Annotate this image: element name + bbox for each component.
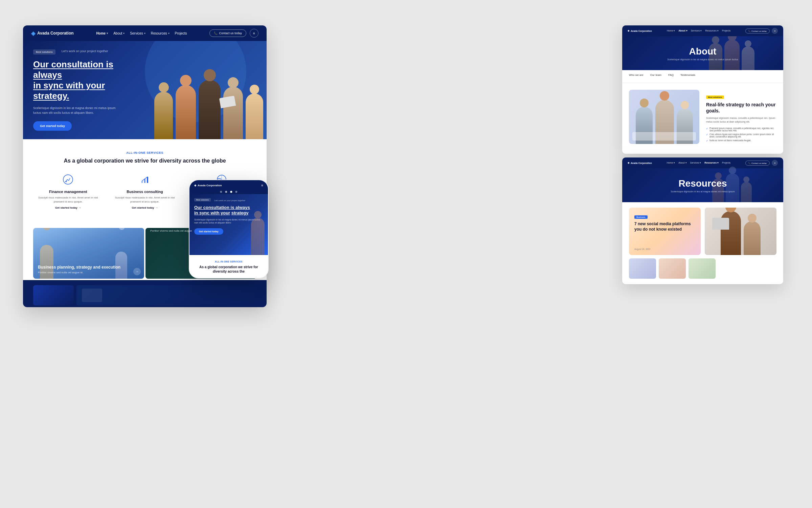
about-nav-home[interactable]: Home ▾ bbox=[667, 29, 675, 32]
mobile-services-section: All-in-one services As a global corporat… bbox=[189, 255, 268, 278]
nav-menu: Home ▾ About ▾ Services ▾ Resources ▾ Pr… bbox=[96, 31, 187, 35]
mobile-services-title: As a global corporation we strive for di… bbox=[194, 265, 263, 274]
about-page-mockup: ◈ Avada Corporation Home ▾ About ▾ Servi… bbox=[622, 25, 783, 154]
services-section-title: As a global corporation we strive for di… bbox=[33, 157, 256, 165]
hero-people-illustration bbox=[157, 41, 267, 139]
resources-page-title: Resources bbox=[671, 178, 735, 189]
service-card-consulting: Business consulting Suscipit risus males… bbox=[110, 174, 180, 209]
about-nav-projects[interactable]: Projects bbox=[722, 29, 730, 32]
case-title-1: Business planning, strategy and executio… bbox=[38, 265, 139, 270]
check-icon-3 bbox=[706, 140, 708, 142]
service-name-consulting: Business consulting bbox=[110, 190, 180, 194]
resources-brand-icon: ◈ bbox=[628, 162, 629, 164]
resources-main-content: Business 7 new social media platforms yo… bbox=[622, 202, 783, 284]
nav-item-projects[interactable]: Projects bbox=[175, 31, 187, 35]
hero-description: Scelerisque dignissim in leo at magna do… bbox=[33, 106, 121, 115]
about-page-title: About bbox=[667, 46, 738, 57]
about-subnav-who[interactable]: Who we are bbox=[629, 73, 644, 79]
resources-contact-button[interactable]: 📞 Contact us today bbox=[745, 161, 770, 166]
resources-nav-about[interactable]: About ▾ bbox=[678, 162, 686, 164]
case-desc-2: Portitor viverra sed nulla vel augue bbox=[150, 229, 256, 232]
resources-hero-description: Scelerisque dignissim in leo at magna do… bbox=[671, 190, 735, 193]
about-team-image bbox=[629, 90, 699, 144]
resources-nav-projects[interactable]: Projects bbox=[722, 162, 730, 164]
about-nav-services[interactable]: Services ▾ bbox=[691, 29, 702, 32]
contact-button[interactable]: 📞 Contact us today bbox=[209, 29, 246, 37]
navbar-actions: 📞 Contact us today ≡ bbox=[209, 29, 258, 38]
resource-thumb-2 bbox=[659, 258, 686, 279]
about-subnav-team[interactable]: Our team bbox=[650, 73, 661, 79]
service-link-finance[interactable]: Get started today → bbox=[33, 206, 103, 209]
service-name-finance: Finance management bbox=[33, 190, 103, 194]
svg-rect-4 bbox=[147, 177, 148, 183]
resources-menu-button[interactable]: ≡ bbox=[772, 160, 778, 166]
mobile-menu-button[interactable]: ≡ bbox=[261, 184, 263, 187]
case-card-1: Business planning, strategy and executio… bbox=[33, 228, 144, 279]
about-subnav-faq[interactable]: FAQ bbox=[668, 73, 674, 79]
service-desc-finance: Suscipit risus malesuada in nisi. Amet a… bbox=[33, 196, 103, 203]
resources-nav-home[interactable]: Home ▾ bbox=[667, 162, 675, 164]
about-navbar-actions: 📞 Contact us today ≡ bbox=[745, 28, 778, 34]
mobile-hero-badge: Best solutions bbox=[194, 198, 211, 202]
about-nav-resources[interactable]: Resources ▾ bbox=[705, 29, 718, 32]
about-brand-icon: ◈ bbox=[628, 29, 629, 32]
services-section-label: All-in-one services bbox=[33, 151, 256, 154]
hero-tagline: Let's work on your project together bbox=[62, 49, 108, 53]
resources-nav-services[interactable]: Services ▾ bbox=[690, 162, 701, 164]
hero-section: Best solutions Let's work on your projec… bbox=[23, 41, 267, 139]
resources-page-mockup: ◈ Avada Corporation Home ▾ About ▾ Servi… bbox=[622, 157, 783, 284]
resources-hero-section: Resources Scelerisque dignissim in leo a… bbox=[622, 168, 783, 202]
about-main-content: Best solutions Real-life strategy to rea… bbox=[622, 83, 783, 154]
svg-rect-2 bbox=[141, 181, 143, 183]
about-subnav-testimonials[interactable]: Testimonials bbox=[680, 73, 695, 79]
hero-badge: Best solutions bbox=[33, 49, 55, 55]
checklist-item-2: Cras ultrices ligula sed magna dictum po… bbox=[706, 133, 776, 138]
service-icon-finance bbox=[33, 174, 103, 187]
about-subnav: Who we are Our team FAQ Testimonials bbox=[622, 70, 783, 83]
nav-item-services[interactable]: Services ▾ bbox=[130, 31, 145, 35]
case-content-1: Business planning, strategy and executio… bbox=[38, 265, 139, 274]
case-desc-1: Portitor viverra sed nulla vel augue id. bbox=[38, 271, 139, 274]
resources-nav-resources[interactable]: Resources ▾ bbox=[704, 162, 719, 164]
about-contact-button[interactable]: 📞 Contact us today bbox=[745, 28, 770, 34]
checklist-item-3: Nulla ac lorem at libero malesuada feugi… bbox=[706, 139, 776, 142]
resources-brand: ◈ Avada Corporation bbox=[628, 162, 652, 164]
main-navbar: ◈ Avada Corporation Home ▾ About ▾ Servi… bbox=[23, 25, 267, 41]
checklist-item-1: Praesent ipsum massa, convallis a pellen… bbox=[706, 127, 776, 132]
hero-title: Our consultation is always in sync with … bbox=[33, 59, 141, 102]
brand-name: Avada Corporation bbox=[37, 31, 74, 36]
resource-thumb-3 bbox=[689, 258, 716, 279]
resource-thumb-1 bbox=[629, 258, 656, 279]
about-nav: Home ▾ About ▾ Services ▾ Resources ▾ Pr… bbox=[667, 29, 730, 32]
service-card-finance: Finance management Suscipit risus malesu… bbox=[33, 174, 103, 209]
service-link-consulting[interactable]: Get started today → bbox=[110, 206, 180, 209]
hero-content: Best solutions Let's work on your projec… bbox=[33, 49, 141, 131]
about-nav-about[interactable]: About ▾ bbox=[679, 29, 687, 32]
bottom-section bbox=[23, 280, 267, 307]
hamburger-button[interactable]: ≡ bbox=[250, 29, 258, 38]
resources-navbar: ◈ Avada Corporation Home ▾ About ▾ Servi… bbox=[622, 157, 783, 168]
mobile-navbar: ◈ Avada Corporation ≡ bbox=[189, 180, 268, 190]
case-arrow-1[interactable]: → bbox=[133, 268, 141, 275]
check-icon-2 bbox=[706, 133, 708, 136]
nav-item-resources[interactable]: Resources ▾ bbox=[151, 31, 170, 35]
brand-icon: ◈ bbox=[31, 30, 35, 37]
resources-navbar-actions: 📞 Contact us today ≡ bbox=[745, 160, 778, 166]
nav-item-home[interactable]: Home ▾ bbox=[96, 31, 108, 35]
resources-bottom-strip bbox=[629, 258, 776, 279]
about-hero-content: About Scelerisque dignissim in leo at ma… bbox=[667, 46, 738, 61]
mobile-brand-icon: ◈ bbox=[194, 184, 196, 187]
about-text-section: Best solutions Real-life strategy to rea… bbox=[706, 90, 776, 147]
mobile-services-label: All-in-one services bbox=[194, 260, 263, 263]
nav-item-about[interactable]: About ▾ bbox=[113, 31, 125, 35]
about-content-description: Scelerisque dignissim massa, convallis a… bbox=[706, 117, 776, 124]
about-menu-button[interactable]: ≡ bbox=[772, 28, 778, 34]
hero-cta-button[interactable]: Get started today bbox=[33, 121, 72, 131]
resources-card-grid: Business 7 new social media platforms yo… bbox=[629, 208, 776, 255]
service-icon-consulting bbox=[110, 174, 180, 187]
resource-featured-card: Business 7 new social media platforms yo… bbox=[629, 208, 701, 255]
resources-nav: Home ▾ About ▾ Services ▾ Resources ▾ Pr… bbox=[667, 162, 731, 164]
brand-logo: ◈ Avada Corporation bbox=[31, 30, 74, 37]
resource-featured-badge: Business bbox=[634, 215, 648, 219]
resource-featured-title: 7 new social media platforms you do not … bbox=[634, 221, 695, 232]
